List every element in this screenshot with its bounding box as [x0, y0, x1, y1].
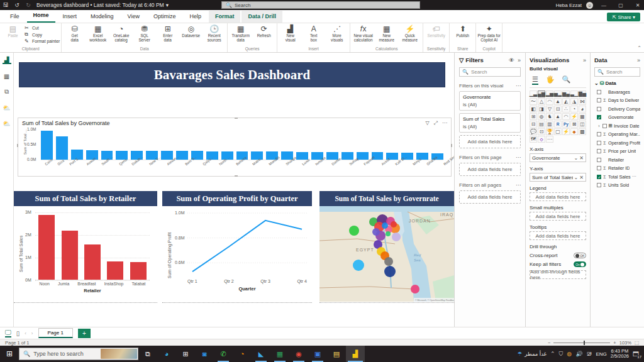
field-checkbox[interactable] [597, 183, 601, 187]
ribbon-tab-modeling[interactable]: Modeling [84, 11, 120, 23]
visual-type-icon-25[interactable]: ◠ [562, 113, 570, 120]
dax-query-view-icon[interactable]: ⛅ [3, 104, 11, 111]
field-item-operating-mar-[interactable]: ΣOperating Mar... [594, 131, 640, 137]
field-item-operating-profit[interactable]: ΣOperating Profit [594, 140, 640, 146]
more-options-icon[interactable]: ⋯ [632, 174, 636, 179]
volume-icon[interactable]: 🔊 [575, 351, 582, 357]
field-checkbox[interactable] [597, 98, 601, 102]
visual-type-icon-34[interactable]: ◫ [579, 121, 586, 128]
visual-type-icon-37[interactable]: 🏆 [546, 128, 553, 135]
more-options-icon[interactable]: ⋯ [516, 83, 521, 89]
visual-type-icon-33[interactable]: ⊠ [570, 121, 578, 128]
visual-type-icon-9[interactable]: ◠ [546, 98, 553, 105]
format-painter-button[interactable]: ✎Format painter [25, 38, 60, 44]
taskbar-search-input[interactable]: 🔍 Type here to search [19, 348, 138, 360]
field-checkbox[interactable] [597, 132, 601, 136]
zoom-slider[interactable] [553, 343, 610, 343]
new-measure-button[interactable]: ▦New measure [375, 24, 398, 43]
table-view-icon[interactable]: ▦ [3, 72, 11, 80]
word-taskbar-icon[interactable]: ▣ [308, 346, 327, 362]
profit-line-chart[interactable]: Sum of Operating Profit by Quarter Sum o… [162, 191, 312, 303]
ribbon-tab-data-drill[interactable]: Data / Drill [242, 11, 282, 23]
save-icon[interactable]: 🖫 [0, 2, 11, 8]
data-root-node[interactable]: ⌄ ⛁ Data [594, 80, 640, 86]
weather-widget[interactable]: ☂ غدأ ممطر [518, 351, 547, 357]
visual-type-icon-4[interactable]: ▆▄ [562, 90, 570, 97]
field-checkbox[interactable] [597, 166, 601, 170]
bar-Breadfast[interactable] [84, 244, 101, 280]
undo-icon[interactable]: ↺ [11, 2, 23, 8]
model-view-icon[interactable]: ⧉ [3, 88, 11, 96]
field-item-days-to-deliver[interactable]: ΣDays to Deliver [594, 97, 640, 103]
chevron-down-icon[interactable]: ⌄ [594, 80, 599, 86]
minimize-button[interactable]: — [597, 3, 610, 8]
redo-icon[interactable]: ↻ [23, 2, 34, 8]
visual-type-icon-40[interactable]: ◈ [570, 128, 578, 135]
remove-field-icon[interactable]: ✕ [579, 175, 584, 180]
field-checkbox[interactable] [597, 115, 601, 119]
outlook-taskbar-icon[interactable]: ◙ [195, 346, 214, 362]
vscode-taskbar-icon[interactable]: ◣ [252, 346, 270, 362]
zoom-in-icon[interactable]: + [613, 340, 616, 346]
visual-type-icon-26[interactable]: ⚡ [570, 113, 578, 120]
firefox-taskbar-icon[interactable]: ◔ [233, 346, 252, 362]
remove-field-icon[interactable]: ✕ [579, 155, 584, 161]
title-dropdown-icon[interactable]: ▾ [166, 2, 169, 8]
start-button[interactable]: ⊞ [0, 349, 19, 358]
filters-search-input[interactable]: 🔍 Search [459, 67, 521, 77]
edge-taskbar-icon[interactable]: ◕ [157, 346, 176, 362]
field-item-total-sales[interactable]: ΣTotal Sales⋯ [594, 174, 640, 180]
text-box-button[interactable]: AText box [302, 24, 325, 43]
egypt-map[interactable]: EGYPT JORDAN IRAQ Red Sea © Microsoft, ©… [319, 206, 454, 302]
visual-type-icon-7[interactable]: 〜 [530, 98, 537, 105]
chevron-down-icon[interactable]: ⌄ [574, 155, 579, 161]
visual-type-icon-11[interactable]: ◭ [562, 98, 570, 105]
enter-data-button[interactable]: ⊞Enter data [156, 24, 179, 43]
visual-type-icon-20[interactable]: ◕ [579, 106, 586, 112]
tray-app-icon[interactable]: ⛉ [559, 351, 564, 358]
collapse-pane-icon[interactable]: » [583, 57, 586, 63]
field-item-retailer[interactable]: Retailer [594, 157, 640, 163]
add-data-fields-target[interactable]: Add data fields here [459, 163, 521, 176]
more-options-icon[interactable]: ⋯ [442, 120, 447, 126]
add-data-fields-target[interactable]: Add data fields here [459, 190, 521, 204]
titlebar-search-input[interactable]: 🔍 Search [221, 1, 420, 9]
focus-mode-icon[interactable]: ⤢ [434, 120, 438, 126]
field-item-governorate[interactable]: Governorate [594, 114, 640, 120]
more-visual-options-icon[interactable]: ⋯ [546, 136, 553, 143]
visual-type-icon-3[interactable]: ▅▂ [554, 90, 562, 97]
excel-taskbar-icon[interactable]: ▦ [270, 346, 289, 362]
tab-format-visual[interactable]: 🖐 [546, 75, 555, 85]
field-item-units-sold[interactable]: ΣUnits Sold [594, 182, 640, 188]
visual-type-icon-16[interactable]: ▽ [546, 106, 553, 112]
sales-bubble[interactable] [349, 226, 359, 236]
tab-analytics[interactable]: 🔍 [562, 75, 571, 85]
visual-type-icon-38[interactable]: ▢ [554, 128, 562, 135]
ribbon-tab-file[interactable]: File [4, 11, 26, 23]
chevron-right-icon[interactable]: › [597, 124, 601, 128]
toggle-keep-all-filters[interactable]: On [574, 261, 586, 267]
tmdl-view-icon[interactable]: ⛅ [3, 119, 11, 127]
notification-center-icon[interactable]: 🗖17 [633, 351, 639, 358]
visual-type-icon-30[interactable]: ▥ [546, 121, 553, 128]
filter-card[interactable]: Sum of Total Salesis (All) [459, 113, 521, 133]
add-data-fields-target[interactable]: Add data fields here [530, 212, 586, 221]
more-visuals-button[interactable]: ⋰More visuals [325, 24, 348, 43]
zoom-out-icon[interactable]: − [548, 340, 550, 346]
field-well-x-axis[interactable]: Governorate⌄✕ [530, 153, 586, 162]
retailer-bar-chart[interactable]: Sum of Total Sales by Retailer Sum of To… [14, 191, 157, 303]
toggle-cross-report[interactable]: Off [574, 253, 586, 258]
chevron-down-icon[interactable]: ⌄ [574, 175, 579, 180]
visual-type-icon-12[interactable]: ◮ [570, 98, 578, 105]
governorate-bar-chart[interactable]: Sum of Total Sales by Governorate ▽ ⤢ ⋯ … [18, 118, 452, 177]
get-data-button[interactable]: ⛁Get data [63, 24, 86, 43]
bar-Jumia[interactable] [62, 231, 78, 280]
tray-expand-icon[interactable]: ⌃ [550, 351, 555, 357]
language-indicator[interactable]: ENG [596, 351, 606, 357]
ribbon-tab-insert[interactable]: Insert [57, 11, 84, 23]
sales-bubble[interactable] [384, 266, 396, 277]
page-tab[interactable]: Page 1 [38, 328, 73, 338]
filter-icon[interactable]: ▽ [425, 120, 429, 126]
sales-bubble[interactable] [382, 222, 388, 229]
visual-type-icon-43[interactable]: ◇ [538, 136, 545, 143]
